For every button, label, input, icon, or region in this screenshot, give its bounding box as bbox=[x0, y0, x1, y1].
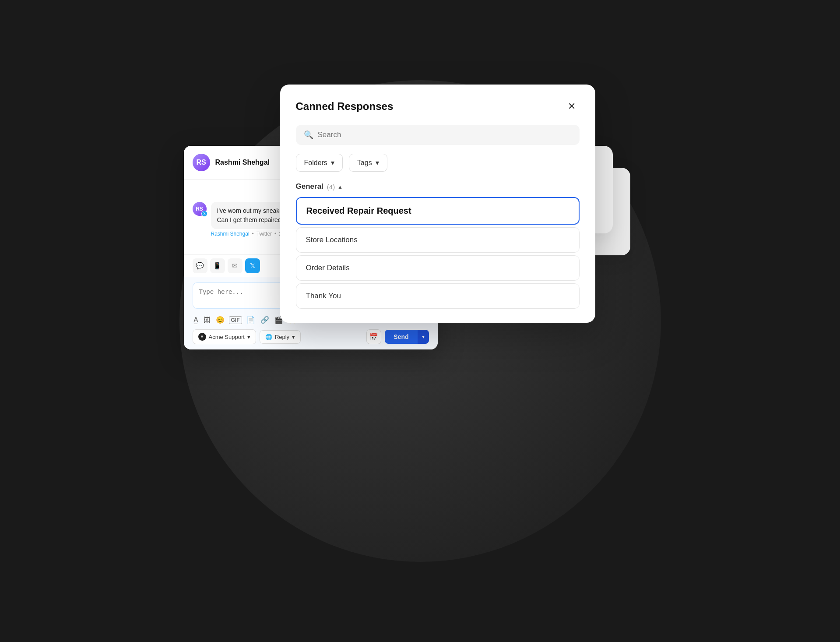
tags-label: Tags bbox=[357, 159, 372, 167]
chat-channel-button[interactable]: 💬 bbox=[193, 258, 207, 273]
modal-header: Canned Responses ✕ bbox=[296, 99, 580, 114]
calendar-icon: 📅 bbox=[369, 333, 378, 341]
image-upload-button[interactable]: 🖼 bbox=[203, 315, 211, 325]
message-channel: Twitter bbox=[257, 231, 272, 237]
folders-chevron-icon: ▾ bbox=[331, 159, 334, 167]
sender-name: Rashmi Shehgal bbox=[211, 231, 250, 237]
search-box: 🔍 bbox=[296, 125, 580, 145]
section-title: General bbox=[296, 182, 323, 191]
emoji-button[interactable]: 😊 bbox=[215, 315, 225, 325]
response-item-received-repair[interactable]: Received Repair Request bbox=[296, 197, 580, 225]
response-list: Received Repair Request Store Locations … bbox=[296, 197, 580, 309]
reply-mode-button[interactable]: 🌐 Reply ▾ bbox=[260, 330, 301, 344]
send-dropdown-icon: ▾ bbox=[422, 334, 425, 340]
filter-row: Folders ▾ Tags ▾ bbox=[296, 154, 580, 172]
gif-button[interactable]: GIF bbox=[229, 316, 242, 324]
close-modal-button[interactable]: ✕ bbox=[564, 99, 580, 114]
acme-icon: A bbox=[198, 333, 206, 341]
globe-icon: 🌐 bbox=[265, 334, 272, 340]
response-item-order-details[interactable]: Order Details bbox=[296, 255, 580, 281]
close-icon: ✕ bbox=[568, 101, 576, 112]
send-label: Send bbox=[394, 333, 408, 340]
twitter-icon: 𝕏 bbox=[250, 262, 255, 270]
message-avatar: RS 𝕏 bbox=[193, 202, 207, 216]
response-label: Thank You bbox=[306, 292, 341, 300]
send-dropdown-button[interactable]: ▾ bbox=[418, 330, 429, 344]
tags-chevron-icon: ▾ bbox=[376, 159, 379, 167]
folders-filter-button[interactable]: Folders ▾ bbox=[296, 154, 343, 172]
scene: RS Rashmi Shehgal 📹 📞 ⋯ Today ▾ bbox=[158, 58, 683, 584]
tags-filter-button[interactable]: Tags ▾ bbox=[349, 154, 387, 172]
acme-chevron-icon: ▾ bbox=[247, 334, 250, 340]
chat-bubble-icon: 💬 bbox=[196, 262, 204, 270]
folders-label: Folders bbox=[304, 159, 327, 167]
twitter-channel-button[interactable]: 𝕏 bbox=[245, 258, 260, 273]
section-count: (4) bbox=[327, 183, 335, 190]
whatsapp-icon: 📱 bbox=[213, 262, 221, 270]
send-group: Send ▾ bbox=[385, 330, 429, 344]
schedule-button[interactable]: 📅 bbox=[366, 329, 381, 344]
modal-title: Canned Responses bbox=[296, 100, 394, 113]
whatsapp-channel-button[interactable]: 📱 bbox=[210, 258, 225, 273]
search-input[interactable] bbox=[318, 131, 572, 139]
twitter-badge: 𝕏 bbox=[201, 211, 207, 217]
email-icon: ✉ bbox=[232, 262, 238, 270]
send-button[interactable]: Send bbox=[385, 330, 417, 344]
canned-responses-modal: Canned Responses ✕ 🔍 Folders ▾ Tags ▾ Ge… bbox=[280, 85, 595, 323]
response-label: Order Details bbox=[306, 264, 350, 272]
section-collapse-icon[interactable]: ▴ bbox=[338, 183, 342, 191]
email-channel-button[interactable]: ✉ bbox=[228, 258, 243, 273]
reply-label: Reply bbox=[275, 334, 289, 340]
reply-chevron-icon: ▾ bbox=[292, 334, 295, 340]
search-icon: 🔍 bbox=[304, 130, 313, 140]
meta-separator: • bbox=[252, 231, 254, 237]
section-header: General (4) ▴ bbox=[296, 182, 580, 191]
text-format-button[interactable]: A̲ bbox=[193, 315, 199, 325]
response-label: Store Locations bbox=[306, 236, 358, 244]
reply-footer: A Acme Support ▾ 🌐 Reply ▾ 📅 Send bbox=[193, 329, 429, 344]
acme-support-button[interactable]: A Acme Support ▾ bbox=[193, 329, 256, 344]
meta-separator2: • bbox=[274, 231, 276, 237]
acme-support-label: Acme Support bbox=[209, 334, 245, 340]
response-item-thank-you[interactable]: Thank You bbox=[296, 283, 580, 309]
clip-button[interactable]: 🔗 bbox=[260, 315, 270, 325]
contact-avatar: RS bbox=[193, 154, 210, 171]
response-label: Received Repair Request bbox=[306, 206, 411, 215]
response-item-store-locations[interactable]: Store Locations bbox=[296, 227, 580, 253]
doc-button[interactable]: 📄 bbox=[246, 315, 256, 325]
